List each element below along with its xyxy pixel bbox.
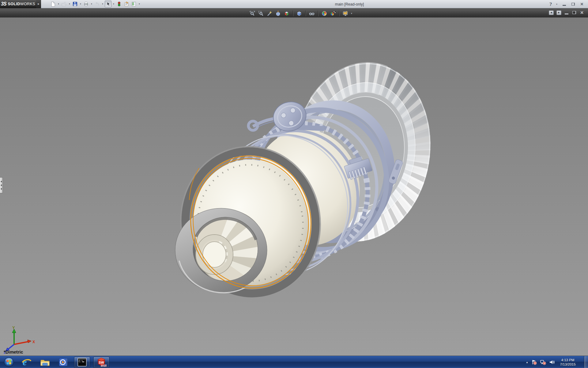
new-document-dropdown[interactable]: ▼ xyxy=(57,1,60,7)
display-style-cube-icon xyxy=(296,10,302,17)
zoom-to-fit-button[interactable] xyxy=(249,10,256,17)
help-dropdown[interactable]: ▼ xyxy=(556,3,558,5)
collapse-arrow-icon xyxy=(1,181,2,182)
pane-next-button[interactable]: ▶ xyxy=(556,10,561,15)
options-button[interactable] xyxy=(123,1,130,7)
doc-close-icon: ✕ xyxy=(580,10,584,15)
help-icon[interactable]: ? xyxy=(549,2,552,7)
traffic-light-icon xyxy=(116,1,122,7)
doc-restore-button[interactable] xyxy=(572,10,577,15)
traffic-light-button[interactable] xyxy=(116,1,123,7)
network-error-icon[interactable] xyxy=(540,359,546,365)
cmd-prompt-text: C:\ xyxy=(79,360,83,363)
triad-x-label: X xyxy=(32,340,35,344)
view-orientation-button[interactable] xyxy=(283,10,290,17)
undo-dropdown[interactable]: ▼ xyxy=(101,1,104,7)
show-hidden-icons[interactable]: ▲ xyxy=(526,361,528,364)
properties-checklist-icon xyxy=(131,1,137,7)
restore-icon xyxy=(571,3,575,6)
solidworks-logo-name: SOLIDWORKS xyxy=(8,2,35,6)
engine-assembly[interactable] xyxy=(172,36,457,307)
solidworks-logo: 3S SOLIDWORKS xyxy=(0,0,36,8)
start-button[interactable] xyxy=(2,357,15,367)
headsup-view-toolbar: ▼ xyxy=(249,10,352,17)
media-player-icon xyxy=(58,357,69,367)
taskbar-media-player[interactable] xyxy=(57,357,70,367)
properties-dropdown[interactable]: ▼ xyxy=(138,1,141,7)
internet-explorer-icon: e xyxy=(21,357,32,367)
apply-scene-icon xyxy=(330,10,336,17)
quick-access-toolbar: ▼ ▼ ▼ ▼ ▼ ▼ xyxy=(50,1,141,7)
view-settings-monitor-icon xyxy=(342,10,349,17)
doc-restore-icon xyxy=(572,11,576,14)
toolbar-separator xyxy=(318,10,318,16)
view-settings-dropdown[interactable]: ▼ xyxy=(351,13,352,14)
new-document-button[interactable] xyxy=(50,1,56,7)
restore-button[interactable] xyxy=(571,2,575,7)
command-prompt-icon: C:\ xyxy=(77,358,87,367)
taskbar-clock[interactable]: 4:13 PM 7/13/2015 xyxy=(558,358,578,366)
previous-view-button[interactable] xyxy=(266,10,273,17)
taskbar-windows-explorer[interactable] xyxy=(39,357,51,367)
start-orb-icon xyxy=(4,357,14,367)
print-dropdown[interactable]: ▼ xyxy=(90,1,93,7)
open-folder-icon xyxy=(61,1,67,7)
close-button[interactable]: ✕ xyxy=(579,2,584,7)
save-dropdown[interactable]: ▼ xyxy=(79,1,82,7)
featuremanager-splitter-tab[interactable] xyxy=(0,177,3,193)
titlebar: 3S SOLIDWORKS ▶ ▼ ▼ ▼ ▼ ▼ xyxy=(0,0,588,8)
minimize-icon xyxy=(563,5,566,6)
hide-show-items-button[interactable] xyxy=(308,10,315,17)
view-orientation-label: *Dimetric xyxy=(4,350,23,355)
new-document-icon xyxy=(50,1,56,7)
zoom-to-area-button[interactable] xyxy=(257,10,265,17)
graphics-viewport[interactable]: Y X Z *Dimetric xyxy=(0,17,588,356)
solidworks-2015-icon: SW 2015 xyxy=(96,357,107,367)
save-floppy-icon xyxy=(72,1,78,7)
doc-close-button[interactable]: ✕ xyxy=(579,10,584,15)
menu-expand-arrow[interactable]: ▶ xyxy=(36,0,41,8)
select-cursor-icon xyxy=(105,1,111,7)
folder-icon xyxy=(40,358,50,367)
sw-year: 2015 xyxy=(101,364,107,367)
svg-text:e: e xyxy=(23,357,27,367)
undo-button[interactable] xyxy=(94,1,100,7)
menu-strip: ▼ ◀ ▶ ✕ xyxy=(0,9,588,17)
minimize-button[interactable] xyxy=(562,2,567,7)
solidworks-window: 3S SOLIDWORKS ▶ ▼ ▼ ▼ ▼ ▼ xyxy=(0,0,588,368)
taskbar-command-prompt[interactable]: C:\ xyxy=(74,357,90,368)
edit-appearance-button[interactable] xyxy=(321,10,328,17)
doc-minimize-button[interactable] xyxy=(564,10,569,15)
show-desktop-button[interactable] xyxy=(584,356,588,368)
open-dropdown[interactable]: ▼ xyxy=(68,1,71,7)
section-view-button[interactable] xyxy=(274,10,282,17)
taskbar-solidworks[interactable]: SW 2015 xyxy=(93,357,109,368)
undo-icon xyxy=(94,1,100,7)
collapse-arrow-icon xyxy=(1,184,2,186)
view-orientation-cube-icon xyxy=(284,10,290,17)
print-button[interactable] xyxy=(83,1,89,7)
cone-hub-bore xyxy=(203,242,226,267)
eyeglasses-icon xyxy=(309,10,315,17)
document-title: main [Read-only] xyxy=(335,2,364,6)
titlebar-controls: ? ▼ ✕ xyxy=(549,0,584,8)
properties-button[interactable] xyxy=(130,1,137,7)
display-style-button[interactable] xyxy=(296,10,303,17)
pane-previous-button[interactable]: ◀ xyxy=(549,10,554,15)
select-tool-button[interactable] xyxy=(105,1,111,7)
apply-scene-button[interactable] xyxy=(329,10,337,17)
view-settings-button[interactable] xyxy=(342,10,349,17)
save-button[interactable] xyxy=(72,1,78,7)
volume-icon[interactable] xyxy=(549,359,555,365)
options-notepad-icon xyxy=(124,1,129,7)
taskbar: e C:\ xyxy=(0,356,588,368)
doc-minimize-icon xyxy=(565,13,568,14)
section-view-icon xyxy=(275,10,281,17)
engine-model[interactable] xyxy=(0,17,588,356)
previous-view-wand-icon xyxy=(266,10,273,17)
action-center-flag-icon[interactable] xyxy=(531,359,537,365)
system-tray: ▲ 4:13 PM 7/13/2015 xyxy=(526,356,584,368)
open-button[interactable] xyxy=(61,1,67,7)
taskbar-internet-explorer[interactable]: e xyxy=(20,357,33,367)
select-dropdown[interactable]: ▼ xyxy=(112,1,115,7)
